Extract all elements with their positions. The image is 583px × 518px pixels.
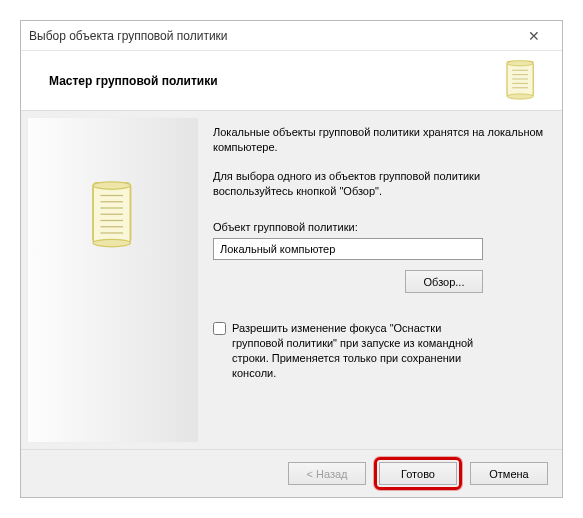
svg-point-2 bbox=[507, 94, 533, 99]
allow-focus-label: Разрешить изменение фокуса "Оснастки гру… bbox=[232, 321, 493, 380]
svg-point-1 bbox=[507, 61, 533, 66]
cancel-button[interactable]: Отмена bbox=[470, 462, 548, 485]
wizard-title: Мастер групповой политики bbox=[41, 74, 500, 88]
allow-focus-checkbox[interactable] bbox=[213, 322, 226, 335]
intro-text-1: Локальные объекты групповой политики хра… bbox=[213, 125, 544, 155]
right-panel: Локальные объекты групповой политики хра… bbox=[209, 117, 556, 443]
wizard-footer: < Назад Готово Отмена bbox=[21, 449, 562, 497]
wizard-content: Локальные объекты групповой политики хра… bbox=[21, 111, 562, 449]
window-title: Выбор объекта групповой политики bbox=[29, 29, 514, 43]
intro-text-2: Для выбора одного из объектов групповой … bbox=[213, 169, 544, 199]
left-panel bbox=[27, 117, 199, 443]
svg-rect-8 bbox=[93, 183, 131, 243]
gpo-field-label: Объект групповой политики: bbox=[213, 220, 544, 235]
wizard-header: Мастер групповой политики bbox=[21, 51, 562, 111]
close-icon[interactable]: ✕ bbox=[514, 28, 554, 44]
finish-button[interactable]: Готово bbox=[379, 462, 457, 485]
dialog-window: Выбор объекта групповой политики ✕ Масте… bbox=[20, 20, 563, 498]
titlebar: Выбор объекта групповой политики ✕ bbox=[21, 21, 562, 51]
svg-point-9 bbox=[93, 182, 131, 190]
gpo-object-field[interactable] bbox=[213, 238, 483, 260]
svg-point-10 bbox=[93, 239, 131, 247]
back-button: < Назад bbox=[288, 462, 366, 485]
browse-button[interactable]: Обзор... bbox=[405, 270, 483, 293]
finish-highlight: Готово bbox=[374, 457, 462, 490]
scroll-icon bbox=[83, 178, 143, 251]
scroll-icon bbox=[500, 58, 542, 103]
